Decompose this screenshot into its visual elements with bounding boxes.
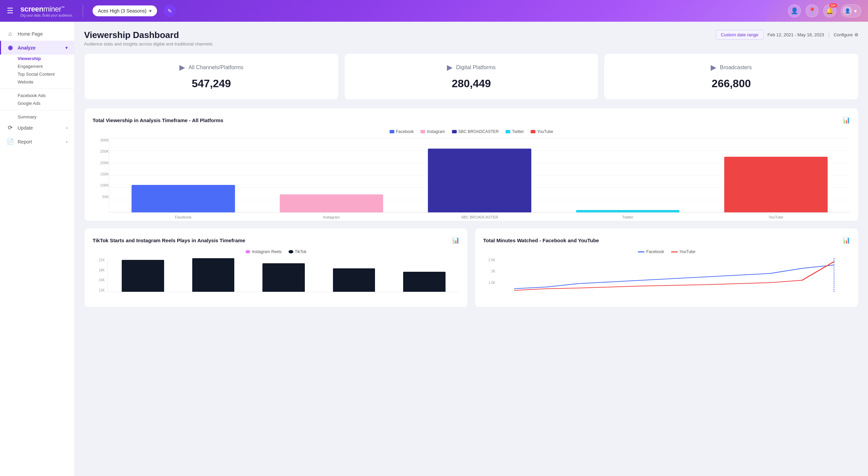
users-icon: 👤 — [791, 7, 798, 15]
sidebar-item-summary[interactable]: Summary — [0, 113, 74, 121]
stat-label-0: All Channels/Platforms — [189, 64, 243, 71]
bars-container: Facebook Instagram SBC BROADCASTER Twitt… — [109, 138, 850, 213]
sidebar-item-engagement[interactable]: Engagement — [0, 62, 74, 70]
sidebar-item-report[interactable]: 📄 Report › — [0, 135, 74, 149]
bar-group: YouTube — [702, 138, 850, 212]
tiktok-bar-group — [108, 258, 178, 292]
hamburger-icon[interactable]: ☰ — [7, 6, 14, 15]
sidebar-divider — [0, 89, 74, 89]
tiktok-y-label: 18K — [93, 268, 106, 272]
minutes-chart-section: Total Minutes Watched - Facebook and You… — [475, 228, 859, 307]
tiktok-bar — [403, 272, 445, 292]
location-icon-button[interactable]: 📍 — [806, 4, 818, 17]
legend-dot — [420, 130, 425, 133]
y-axis-label: 200K — [93, 161, 109, 165]
minutes-y-label: 2.5K — [483, 258, 497, 262]
logo-subtitle: Dig your data. Build your audience. — [20, 14, 73, 17]
page-header: Viewership Dashboard Audience stats and … — [84, 30, 859, 46]
tiktok-bar — [262, 263, 304, 292]
sidebar-item-google-ads[interactable]: Google Ads — [0, 99, 74, 107]
tiktok-bar-group — [389, 258, 459, 292]
logo-text: screenminer™ — [20, 5, 73, 14]
y-axis-label: 250K — [93, 149, 109, 153]
logo: screenminer™ Dig your data. Build your a… — [20, 5, 73, 17]
legend-dot — [390, 130, 394, 133]
minutes-legend-line — [671, 251, 678, 252]
sidebar-item-viewership[interactable]: Viewership — [0, 55, 74, 62]
minutes-y-label: 2K — [483, 269, 497, 273]
sidebar-item-update[interactable]: ⟳ Update › — [0, 121, 74, 135]
show-selector[interactable]: Aces High (3 Seasons) ▾ — [93, 5, 157, 16]
users-icon-button[interactable]: 👤 — [788, 4, 801, 17]
legend-dot — [452, 130, 457, 133]
stat-value-0: 547,249 — [192, 77, 231, 90]
sidebar-item-facebook-ads[interactable]: Facebook Ads — [0, 92, 74, 99]
y-axis: 300K250K200K150K100K50K — [93, 138, 109, 213]
legend-dot — [531, 130, 535, 133]
sidebar-divider-2 — [0, 110, 74, 110]
location-icon: 📍 — [808, 7, 816, 15]
sidebar-item-analyze[interactable]: ◉ Analyze ▾ — [0, 41, 74, 55]
chevron-up-icon: ▾ — [65, 45, 67, 50]
chevron-down-icon: ▾ — [854, 8, 857, 14]
user-menu-button[interactable]: 👤 ▾ — [841, 4, 861, 17]
chevron-down-icon: ▾ — [149, 8, 152, 14]
play-icon-0: ▶ — [179, 63, 185, 72]
logo-bold: screen — [20, 5, 43, 13]
bar — [132, 185, 235, 212]
tiktok-bar — [333, 268, 375, 292]
legend-label: Twitter — [512, 129, 524, 134]
custom-date-button[interactable]: Custom date range — [716, 30, 764, 40]
tiktok-chart-title: TikTok Starts and Instagram Reels Plays … — [93, 237, 245, 243]
logo-trademark: ™ — [61, 5, 64, 9]
minutes-legend-line — [638, 251, 645, 252]
stat-card-broadcasters: ▶ Broadcasters 266,800 — [604, 53, 859, 100]
minutes-chart-header: Total Minutes Watched - Facebook and You… — [483, 236, 850, 244]
stat-value-2: 266,800 — [712, 77, 751, 90]
sliders-icon: ⚙ — [854, 32, 859, 37]
configure-button[interactable]: Configure ⚙ — [834, 32, 859, 37]
stat-card-header-2: ▶ Broadcasters — [711, 63, 752, 72]
sidebar-item-website[interactable]: Website — [0, 78, 74, 86]
main-chart-legend: FacebookInstagramSBC BROADCASTERTwitterY… — [93, 129, 850, 134]
tiktok-y-label: 15K — [93, 278, 106, 282]
youtube-line — [514, 262, 834, 290]
sidebar-item-home[interactable]: ⌂ Home Page — [0, 27, 74, 41]
stat-card-all-channels: ▶ All Channels/Platforms 547,249 — [84, 53, 339, 100]
header-controls: Custom date range Feb 12, 2021 - May 18,… — [716, 30, 859, 40]
sidebar-label-update: Update — [18, 125, 33, 131]
legend-label: Instagram — [427, 129, 445, 134]
nav-divider — [83, 5, 83, 17]
tiktok-legend-item: TikTok — [289, 249, 307, 254]
chevron-right-icon-2: › — [66, 139, 67, 144]
y-axis-label: 300K — [93, 138, 109, 142]
bar-label: SBC BROADCASTER — [461, 215, 498, 219]
y-axis-label: 100K — [93, 183, 109, 187]
minutes-chart-icon[interactable]: 📊 — [843, 236, 850, 244]
chart-icon[interactable]: 📊 — [843, 116, 850, 124]
legend-dot — [506, 130, 510, 133]
tiktok-bar-group — [319, 258, 389, 292]
play-icon-1: ▶ — [447, 63, 453, 72]
notifications-button[interactable]: 🔔 10+ — [823, 4, 836, 17]
tiktok-legend-item: Instagram Reels — [245, 249, 281, 254]
minutes-y-axis: 2.5K2K1.5K — [483, 258, 497, 292]
main-bar-chart: 300K250K200K150K100K50K Facebook Instagr… — [93, 138, 850, 213]
minutes-chart-title: Total Minutes Watched - Facebook and You… — [483, 237, 599, 243]
minutes-y-label: 1.5K — [483, 281, 497, 285]
sidebar-item-top-social[interactable]: Top Social Content — [0, 70, 74, 78]
bar — [724, 157, 828, 212]
sidebar-label-analyze: Analyze — [18, 45, 36, 51]
minutes-legend-item: Facebook — [638, 249, 664, 254]
tiktok-bar-group — [178, 258, 248, 292]
analyze-icon: ◉ — [7, 44, 14, 51]
minutes-mini-chart: 2.5K2K1.5K — [483, 258, 850, 299]
bar — [576, 210, 680, 212]
edit-button[interactable]: ✎ — [164, 5, 176, 17]
tiktok-chart-section: TikTok Starts and Instagram Reels Plays … — [84, 228, 468, 307]
tiktok-chart-icon[interactable]: 📊 — [452, 236, 459, 244]
main-content: Viewership Dashboard Audience stats and … — [75, 22, 868, 476]
tiktok-y-label: 12K — [93, 288, 106, 292]
stat-card-header-0: ▶ All Channels/Platforms — [179, 63, 243, 72]
legend-label: Facebook — [396, 129, 414, 134]
